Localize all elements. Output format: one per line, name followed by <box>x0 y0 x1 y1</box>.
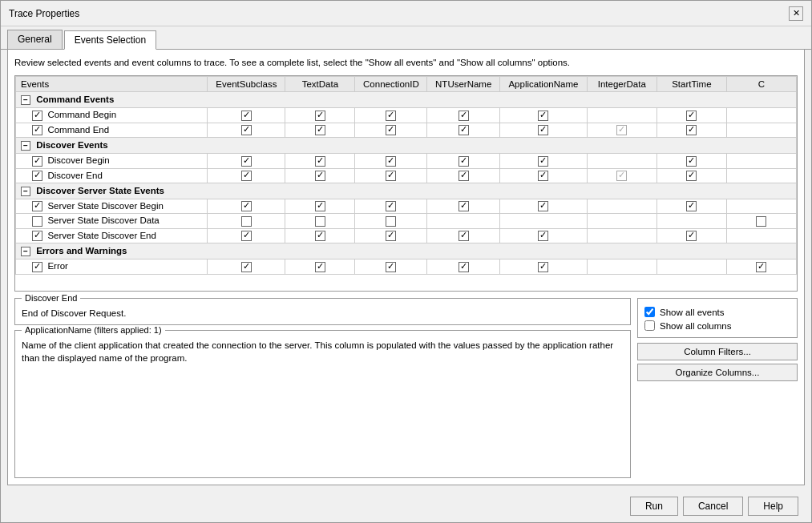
group-toggle-server-state[interactable]: − <box>21 187 30 196</box>
group-toggle-command[interactable]: − <box>21 95 30 105</box>
event-row-checkbox[interactable] <box>32 171 42 181</box>
description-panels: Discover End End of Discover Request. Ap… <box>14 298 631 478</box>
table-row: Server State Discover Data <box>16 214 797 228</box>
group-discover-events: − Discover Events <box>16 138 797 154</box>
event-row-checkbox[interactable] <box>32 125 42 135</box>
event-name: Discover Begin <box>16 154 208 168</box>
action-buttons: Column Filters... Organize Columns... <box>637 343 798 381</box>
event-row-checkbox[interactable] <box>32 201 42 211</box>
show-all-columns-checkbox[interactable] <box>644 320 655 331</box>
group-toggle-errors[interactable]: − <box>21 247 30 256</box>
event-name: Command Begin <box>16 108 208 123</box>
trace-properties-window: Trace Properties ✕ General Events Select… <box>0 0 812 523</box>
col-textdata: TextData <box>285 77 355 92</box>
group-discover-server-state: − Discover Server State Events <box>16 183 797 199</box>
group-command-events: − Command Events <box>16 92 797 108</box>
discover-end-label: Discover End <box>22 293 80 303</box>
tab-general[interactable]: General <box>7 30 63 49</box>
appname-label: ApplicationName (filters applied: 1) <box>22 325 165 335</box>
event-row-checkbox[interactable] <box>32 216 42 227</box>
table-row: Command Begin <box>16 108 797 123</box>
instructions-text: Review selected events and event columns… <box>14 56 798 69</box>
table-row: Server State Discover End <box>16 228 797 243</box>
footer: Run Cancel Help <box>1 492 811 522</box>
organize-columns-button[interactable]: Organize Columns... <box>637 364 798 381</box>
help-button[interactable]: Help <box>748 497 798 516</box>
group-label-discover: Discover Events <box>36 140 108 150</box>
appname-content: Name of the client application that crea… <box>22 339 624 364</box>
event-name: Error <box>16 259 208 274</box>
col-connectionid: ConnectionID <box>355 77 427 92</box>
group-toggle-discover[interactable]: − <box>21 141 30 151</box>
tab-bar: General Events Selection <box>1 26 811 50</box>
group-errors-warnings: − Errors and Warnings <box>16 243 797 259</box>
table-row: Error <box>16 259 797 274</box>
event-name: Server State Discover Data <box>16 214 208 228</box>
group-label-errors: Errors and Warnings <box>36 246 127 255</box>
cancel-button[interactable]: Cancel <box>683 497 743 516</box>
close-button[interactable]: ✕ <box>789 6 803 21</box>
col-ntusername: NTUserName <box>427 77 500 92</box>
col-applicationname: ApplicationName <box>500 77 588 92</box>
col-eventsubclass: EventSubclass <box>208 77 285 92</box>
run-button[interactable]: Run <box>630 497 678 516</box>
show-all-events-label: Show all events <box>660 308 725 317</box>
event-row-checkbox[interactable] <box>32 156 42 167</box>
show-all-events-checkbox[interactable] <box>644 307 655 317</box>
table-row: Discover Begin <box>16 154 797 168</box>
title-bar: Trace Properties ✕ <box>1 1 811 26</box>
appname-panel: ApplicationName (filters applied: 1) Nam… <box>14 330 631 478</box>
column-filters-button[interactable]: Column Filters... <box>637 343 798 360</box>
discover-end-panel: Discover End End of Discover Request. <box>14 298 631 325</box>
group-label-server-state: Discover Server State Events <box>36 186 164 195</box>
show-all-events-row: Show all events <box>644 307 790 317</box>
tab-events-selection[interactable]: Events Selection <box>64 30 156 50</box>
window-title: Trace Properties <box>9 8 79 19</box>
main-content: Review selected events and event columns… <box>7 50 805 485</box>
table-row: Command End <box>16 123 797 137</box>
col-integerdata: IntegerData <box>587 77 656 92</box>
show-all-columns-row: Show all columns <box>644 320 790 331</box>
right-panel: Show all events Show all columns Column … <box>637 298 798 478</box>
events-table: Events EventSubclass TextData Connection… <box>15 76 797 275</box>
group-label-command: Command Events <box>36 95 114 104</box>
table-row: Server State Discover Begin <box>16 199 797 213</box>
event-row-checkbox[interactable] <box>32 231 42 241</box>
col-starttime: StartTime <box>656 77 726 92</box>
options-checkboxes: Show all events Show all columns <box>637 298 798 338</box>
event-name: Discover End <box>16 168 208 183</box>
table-row: Discover End <box>16 168 797 183</box>
event-name: Command End <box>16 123 208 137</box>
event-name: Server State Discover Begin <box>16 199 208 213</box>
event-name: Server State Discover End <box>16 228 208 243</box>
col-events: Events <box>16 77 208 92</box>
events-table-container[interactable]: Events EventSubclass TextData Connection… <box>14 75 798 292</box>
event-row-checkbox[interactable] <box>32 111 42 121</box>
event-row-checkbox[interactable] <box>32 262 42 272</box>
discover-end-content: End of Discover Request. <box>22 307 624 320</box>
show-all-columns-label: Show all columns <box>660 321 731 331</box>
bottom-section: Discover End End of Discover Request. Ap… <box>14 298 798 478</box>
col-c: C <box>726 77 796 92</box>
